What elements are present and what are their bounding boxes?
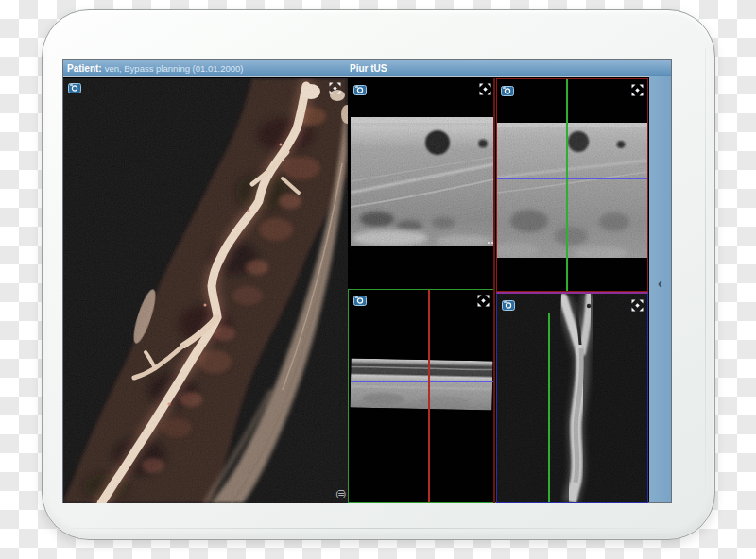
- render-mode-glyph: (☰): [336, 489, 346, 498]
- 3d-vessel-rendering: [63, 78, 348, 503]
- title-bar: Patient:ven, Bypass planning (01.01.2000…: [63, 60, 671, 76]
- crosshair-horizontal-blue: [351, 381, 493, 382]
- viewport-3d-vessels[interactable]: (☰): [63, 78, 348, 503]
- camera-icon[interactable]: [501, 85, 514, 96]
- camera-icon[interactable]: [353, 84, 367, 95]
- crosshair-vertical-red: [428, 290, 430, 502]
- expand-icon[interactable]: [631, 299, 644, 312]
- vessel-tree-rendering: [497, 294, 647, 502]
- viewport-ultrasound-crosshair[interactable]: [496, 78, 648, 292]
- expand-icon[interactable]: [631, 84, 644, 96]
- viewport-ultrasound-transverse[interactable]: [349, 78, 494, 290]
- side-panel-strip: ‹: [649, 76, 671, 502]
- patient-info: ven, Bypass planning (01.01.2000): [105, 63, 244, 74]
- camera-icon[interactable]: [68, 82, 81, 93]
- crosshair-vertical-green: [566, 79, 568, 291]
- expand-icon[interactable]: [477, 295, 490, 307]
- chevron-left-icon[interactable]: ‹: [649, 277, 671, 290]
- camera-icon[interactable]: [502, 299, 515, 311]
- app-title: Piur tUS: [350, 60, 387, 76]
- app-screen: Patient:ven, Bypass planning (01.01.2000…: [62, 59, 672, 503]
- viewport-grid: (☰): [63, 76, 649, 502]
- viewport-ultrasound-longitudinal[interactable]: [348, 289, 494, 503]
- viewport-vessel-tree[interactable]: [496, 292, 648, 503]
- expand-icon[interactable]: [479, 83, 491, 95]
- expand-icon[interactable]: [329, 82, 341, 94]
- camera-icon[interactable]: [353, 295, 367, 306]
- column-divider-red: [493, 78, 495, 503]
- tablet-device: Patient:ven, Bypass planning (01.01.2000…: [42, 9, 715, 540]
- crosshair-horizontal-blue: [497, 178, 647, 179]
- crosshair-vertical-green: [548, 313, 550, 502]
- patient-label: Patient:: [67, 63, 102, 74]
